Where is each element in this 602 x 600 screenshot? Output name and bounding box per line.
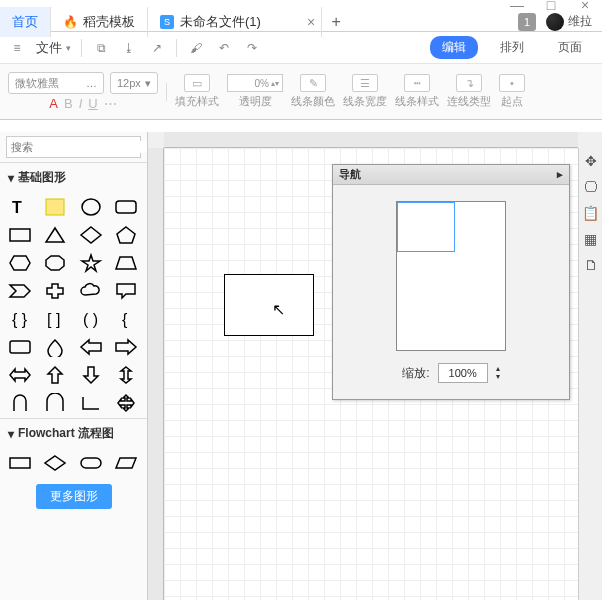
connector-type-button[interactable]: ↴连线类型 [447, 74, 491, 109]
bold-button[interactable]: B [64, 96, 73, 111]
zoom-input[interactable]: 100% [438, 363, 488, 383]
flowchart-shapes-grid [0, 448, 147, 478]
shape-rect[interactable] [4, 222, 36, 248]
category-flowchart-header[interactable]: ▾Flowchart 流程图 [0, 418, 147, 448]
main-toolbar: ≡ 文件 ▾ ⧉ ⭳ ↗ 🖌 ↶ ↷ 编辑 排列 页面 [0, 32, 602, 64]
page-icon[interactable]: 🗋 [582, 256, 600, 274]
navigator-viewport[interactable] [397, 202, 455, 252]
tab-close-button[interactable]: × [307, 14, 315, 30]
line-style-button[interactable]: ┅线条样式 [395, 74, 439, 109]
shape-bracket[interactable]: [ ] [39, 306, 71, 332]
shape-uturn[interactable] [4, 390, 36, 416]
font-size-select[interactable]: 12px ▾ [110, 72, 158, 94]
navigator-preview[interactable] [396, 201, 506, 351]
shape-pentagon[interactable] [110, 222, 142, 248]
shape-note[interactable] [39, 194, 71, 220]
shape-hexagon[interactable] [4, 250, 36, 276]
menu-icon[interactable]: ≡ [8, 39, 26, 57]
line-width-button[interactable]: ☰线条宽度 [343, 74, 387, 109]
shape-corner[interactable] [75, 390, 107, 416]
shape-search[interactable]: 🔍 [6, 136, 141, 158]
shape-terminator[interactable] [75, 450, 107, 476]
shape-rounded-rect[interactable] [110, 194, 142, 220]
download-icon[interactable]: ⭳ [120, 39, 138, 57]
shape-data[interactable] [110, 450, 142, 476]
shape-octagon[interactable] [39, 250, 71, 276]
shape-triangle[interactable] [39, 222, 71, 248]
italic-button[interactable]: I [79, 96, 83, 111]
target-icon[interactable]: ✥ [582, 152, 600, 170]
shape-chevron[interactable] [4, 278, 36, 304]
canvas-rectangle-shape[interactable] [224, 274, 314, 336]
shape-arrow-biright[interactable] [4, 362, 36, 388]
shape-arrow-right[interactable] [110, 334, 142, 360]
shape-arrow-left[interactable] [75, 334, 107, 360]
add-tab-button[interactable]: + [322, 13, 350, 31]
text-color-button[interactable]: A [49, 96, 58, 111]
mode-page-button[interactable]: 页面 [546, 36, 594, 59]
font-size: 12px [117, 77, 141, 89]
collapse-icon[interactable]: ▸ [557, 168, 563, 181]
shape-drop[interactable] [39, 334, 71, 360]
shape-plus[interactable] [39, 278, 71, 304]
shape-paren[interactable]: ( ) [75, 306, 107, 332]
ruler-horizontal[interactable] [164, 132, 578, 148]
file-menu[interactable]: 文件 ▾ [36, 39, 71, 57]
tab-counter-badge[interactable]: 1 [518, 13, 536, 31]
export-icon[interactable]: ↗ [148, 39, 166, 57]
shape-arch[interactable] [39, 390, 71, 416]
shape-brace-single[interactable]: { [110, 306, 142, 332]
shape-arrow-up[interactable] [39, 362, 71, 388]
navigator-header[interactable]: 导航 ▸ [333, 165, 569, 185]
shape-arrow-quad[interactable] [110, 390, 142, 416]
tab-home-label: 首页 [12, 13, 38, 31]
user-avatar[interactable] [546, 13, 564, 31]
redo-icon[interactable]: ↷ [243, 39, 261, 57]
minimize-button[interactable]: — [510, 0, 524, 13]
shape-star[interactable] [75, 250, 107, 276]
start-point-button[interactable]: •起点 [499, 74, 525, 109]
canvas[interactable]: ↖ 导航 ▸ 缩放: 100% ▴▾ [164, 148, 578, 600]
undo-icon[interactable]: ↶ [215, 39, 233, 57]
opacity-input[interactable]: 0%▴▾ [227, 74, 283, 92]
search-input[interactable] [11, 141, 148, 153]
navigator-panel[interactable]: 导航 ▸ 缩放: 100% ▴▾ [332, 164, 570, 400]
shape-process[interactable] [4, 450, 36, 476]
zoom-stepper[interactable]: ▴▾ [496, 365, 500, 381]
shape-arrow-down[interactable] [75, 362, 107, 388]
mode-edit-button[interactable]: 编辑 [430, 36, 478, 59]
tab-document[interactable]: S 未命名文件(1) × [148, 7, 322, 37]
tab-home[interactable]: 首页 [0, 7, 51, 37]
shape-arrow-biup[interactable] [110, 362, 142, 388]
underline-button[interactable]: U [88, 96, 97, 111]
mode-arrange-button[interactable]: 排列 [488, 36, 536, 59]
ruler-vertical[interactable] [148, 148, 164, 600]
clipboard-icon[interactable]: 📋 [582, 204, 600, 222]
tab-template[interactable]: 🔥 稻壳模板 [51, 7, 148, 37]
shape-text[interactable]: T [4, 194, 36, 220]
shape-brace-left[interactable]: { } [4, 306, 36, 332]
format-toolbar: 微软雅黑 … 12px ▾ A B I U ⋯ ▭填充样式 0%▴▾透明度 ✎线… [0, 64, 602, 120]
format-painter-icon[interactable]: 🖌 [187, 39, 205, 57]
shape-circle[interactable] [75, 194, 107, 220]
screen-icon[interactable]: 🖵 [582, 178, 600, 196]
grid-icon[interactable]: ▦ [582, 230, 600, 248]
fire-icon: 🔥 [63, 15, 77, 29]
fill-style-button[interactable]: ▭填充样式 [175, 74, 219, 109]
shape-card[interactable] [4, 334, 36, 360]
category-basic-header[interactable]: ▾基础图形 [0, 162, 147, 192]
line-color-button[interactable]: ✎线条颜色 [291, 74, 335, 109]
more-shapes-button[interactable]: 更多图形 [36, 484, 112, 509]
copy-icon[interactable]: ⧉ [92, 39, 110, 57]
opacity-button[interactable]: 0%▴▾透明度 [227, 74, 283, 109]
shape-trapezoid[interactable] [110, 250, 142, 276]
svg-marker-24 [121, 367, 131, 383]
maximize-button[interactable]: □ [544, 0, 558, 13]
shape-callout[interactable] [110, 278, 142, 304]
font-select[interactable]: 微软雅黑 … [8, 72, 104, 94]
shape-cloud[interactable] [75, 278, 107, 304]
shape-decision[interactable] [39, 450, 71, 476]
shape-diamond[interactable] [75, 222, 107, 248]
more-text-icon[interactable]: ⋯ [104, 96, 117, 111]
close-window-button[interactable]: × [578, 0, 592, 13]
